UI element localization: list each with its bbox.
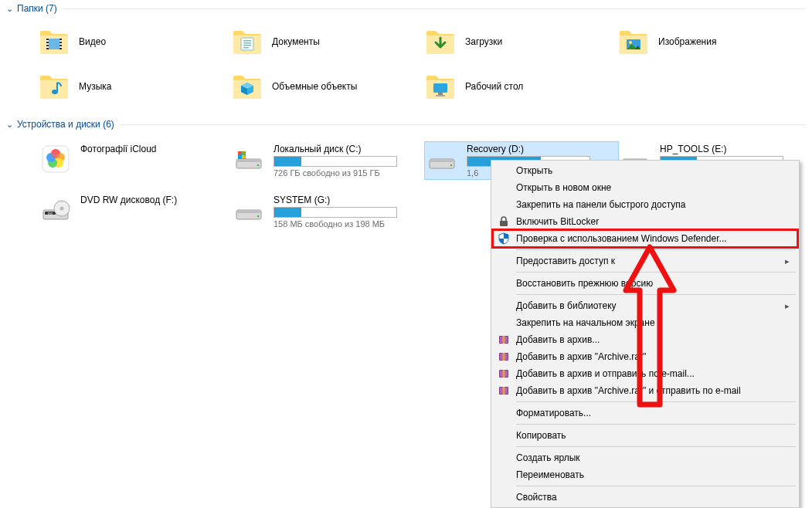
svg-point-45 <box>60 207 64 211</box>
folder-desktop[interactable]: Рабочий стол <box>425 71 618 102</box>
drive-label: SYSTEM (G:) <box>273 195 397 205</box>
svg-rect-58 <box>503 370 505 378</box>
svg-text:DVD: DVD <box>48 212 53 215</box>
separator <box>516 249 796 250</box>
ctx-open[interactable]: Открыть <box>493 162 797 179</box>
drive-label: DVD RW дисковод (F:) <box>80 195 204 205</box>
hdd-icon <box>233 195 264 225</box>
ctx-open-new-window[interactable]: Открыть в новом окне <box>493 179 797 196</box>
svg-point-26 <box>51 149 60 158</box>
ctx-copy[interactable]: Копировать <box>493 427 797 444</box>
folder-documents[interactable]: Документы <box>232 26 425 57</box>
svg-rect-8 <box>59 46 62 48</box>
hdd-icon <box>426 144 457 174</box>
section-drives-count: (6) <box>103 119 114 130</box>
svg-rect-3 <box>46 40 49 42</box>
svg-rect-55 <box>503 353 505 361</box>
folder-label: Рабочий стол <box>465 81 523 92</box>
folder-label: Документы <box>272 36 320 47</box>
drive-icloud-photos[interactable]: Фотографії iCloud <box>39 142 232 179</box>
section-drives-title: Устройства и диски <box>17 119 100 130</box>
ctx-share-access[interactable]: Предоставить доступ к <box>493 252 797 269</box>
folder-icon <box>39 71 70 102</box>
folder-video[interactable]: Видео <box>39 26 232 57</box>
drive-label: Recovery (D:) <box>467 144 590 154</box>
chevron-down-icon: ⌄ <box>5 120 14 130</box>
section-folders-count: (7) <box>46 3 57 14</box>
defender-shield-icon <box>498 232 510 245</box>
folder-label: Изображения <box>658 36 716 47</box>
ctx-rar-email[interactable]: Добавить в архив и отправить по e-mail..… <box>493 365 797 382</box>
svg-rect-18 <box>438 93 443 95</box>
svg-rect-33 <box>238 155 242 159</box>
svg-rect-12 <box>243 45 251 46</box>
svg-rect-36 <box>430 159 454 162</box>
ctx-add-to-library[interactable]: Добавить в библиотеку <box>493 297 797 314</box>
drive-c[interactable]: Локальный диск (C:) 726 ГБ свободно из 9… <box>232 142 425 179</box>
folder-label: Объемные объекты <box>272 81 357 92</box>
section-folders-title: Папки <box>17 3 43 14</box>
drive-label: Локальный диск (C:) <box>273 144 397 154</box>
drive-dvd[interactable]: DVD DVD RW дисковод (F:) <box>39 193 232 230</box>
winrar-icon <box>498 367 510 380</box>
drive-g[interactable]: SYSTEM (G:) 158 МБ свободно из 198 МБ <box>232 193 425 230</box>
svg-rect-4 <box>46 43 49 45</box>
winrar-icon <box>498 384 510 397</box>
svg-rect-61 <box>503 387 505 395</box>
bitlocker-icon <box>498 215 510 228</box>
divider <box>63 8 806 9</box>
ctx-rename[interactable]: Переименовать <box>493 466 797 483</box>
ctx-pin-quick-access[interactable]: Закрепить на панели быстрого доступа <box>493 196 797 213</box>
svg-rect-7 <box>59 43 62 45</box>
ctx-format[interactable]: Форматировать... <box>493 405 797 422</box>
dvd-drive-icon: DVD <box>40 195 71 225</box>
ctx-properties[interactable]: Свойства <box>493 489 797 506</box>
drive-label: Фотографії iCloud <box>80 144 204 154</box>
drive-free-text: 726 ГБ свободно из 915 ГБ <box>273 168 397 178</box>
separator <box>516 486 796 486</box>
folder-icon <box>232 71 263 102</box>
ctx-pin-start[interactable]: Закрепить на начальном экране <box>493 314 797 331</box>
folder-pictures[interactable]: Изображения <box>618 26 811 57</box>
ctx-create-shortcut[interactable]: Создать ярлык <box>493 449 797 466</box>
svg-point-29 <box>257 164 260 167</box>
separator <box>516 446 796 447</box>
ctx-rar-archive-email[interactable]: Добавить в архив "Archive.rar" и отправи… <box>493 382 797 399</box>
svg-rect-6 <box>59 40 62 42</box>
folder-icon <box>425 71 456 102</box>
svg-point-15 <box>629 41 632 44</box>
ctx-windows-defender-scan[interactable]: Проверка с использованием Windows Defend… <box>493 230 797 247</box>
folders-grid: Видео Документы Загрузки Изображения Муз… <box>0 19 812 116</box>
folder-downloads[interactable]: Загрузки <box>425 26 618 57</box>
svg-rect-34 <box>242 155 246 159</box>
ctx-rar-archive[interactable]: Добавить в архив "Archive.rar" <box>493 348 797 365</box>
ctx-rar-add[interactable]: Добавить в архив... <box>493 331 797 348</box>
svg-rect-17 <box>433 83 447 93</box>
section-folders-header[interactable]: ⌄ Папки (7) <box>0 0 812 19</box>
folder-icon <box>39 26 70 57</box>
section-drives-header[interactable]: ⌄ Устройства и диски (6) <box>0 116 812 134</box>
svg-rect-28 <box>236 159 261 162</box>
folder-3dobjects[interactable]: Объемные объекты <box>232 71 425 102</box>
photos-icon <box>40 144 71 174</box>
svg-rect-19 <box>436 95 445 97</box>
folder-icon <box>618 26 649 57</box>
winrar-icon <box>498 351 510 363</box>
svg-point-37 <box>450 164 453 167</box>
winrar-icon <box>498 334 510 346</box>
svg-point-16 <box>52 90 58 94</box>
separator <box>516 272 796 273</box>
folder-icon <box>425 26 456 57</box>
ctx-restore-previous[interactable]: Восстановить прежнюю версию <box>493 275 797 292</box>
drive-label: HP_TOOLS (E:) <box>660 144 783 154</box>
folder-label: Загрузки <box>465 36 502 47</box>
svg-rect-31 <box>238 151 242 155</box>
separator <box>516 424 796 425</box>
svg-point-48 <box>257 215 260 218</box>
folder-music[interactable]: Музыка <box>39 71 232 102</box>
svg-rect-10 <box>243 40 251 42</box>
svg-rect-11 <box>243 42 251 44</box>
ctx-bitlocker[interactable]: Включить BitLocker <box>493 213 797 230</box>
svg-rect-52 <box>503 336 505 344</box>
drive-usage-bar <box>273 207 397 218</box>
